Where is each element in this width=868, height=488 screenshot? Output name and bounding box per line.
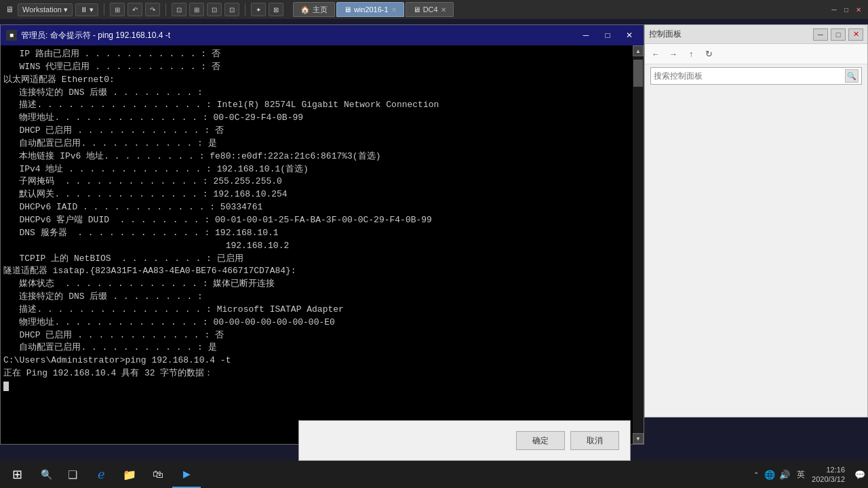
tab-win2016-icon: 🖥 [344, 5, 351, 14]
taskbar-right: ⌃ 🌐 🔊 英 12:16 2020/3/12 💬 [752, 465, 868, 485]
cmd-close[interactable]: ✕ [620, 28, 638, 42]
rp-close[interactable]: ✕ [848, 28, 863, 41]
cmd-app-icon: ■ [6, 30, 17, 41]
tray-expand[interactable]: ⌃ [752, 471, 760, 479]
task-view-btn[interactable]: ❑ [58, 461, 87, 488]
toolbar-btn4[interactable]: ⊡ [172, 3, 186, 16]
workstation-chevron: ▾ [64, 5, 68, 14]
search-bar: 🔍 [650, 67, 862, 85]
pause-button[interactable]: ⏸ ▾ [75, 3, 98, 16]
cmd-title: 管理员: 命令提示符 - ping 192.168.10.4 -t [21, 30, 573, 41]
scroll-track[interactable] [633, 56, 644, 433]
ie-btn[interactable]: ℯ [87, 461, 115, 488]
tab-home[interactable]: 🏠 主页 [293, 2, 335, 17]
right-panel-titlebar: 控制面板 ─ □ ✕ [645, 25, 867, 44]
main-restore[interactable]: □ [841, 4, 852, 15]
task-view-icon: ❑ [68, 468, 77, 481]
clock-time: 12:16 [812, 465, 845, 474]
cmd-line: 媒体状态 . . . . . . . . . . . . . : 媒体已断开连接 [3, 278, 630, 291]
right-panel-toolbar: ← → ↑ ↻ [645, 44, 867, 64]
search-icon: 🔍 [847, 72, 856, 81]
rp-up[interactable]: ↑ [683, 47, 699, 62]
cmd-scrollbar[interactable]: ▲ ▼ [633, 45, 644, 444]
scroll-thumb[interactable] [633, 60, 643, 87]
toolbar-btn8[interactable]: ✦ [251, 3, 266, 16]
top-bar-right: ─ □ ✕ [829, 4, 868, 15]
search-input[interactable] [654, 71, 842, 81]
tab-dc4[interactable]: 🖥 DC4 ✕ [406, 2, 454, 17]
cmd-line: 隧道适配器 isatap.{823A31F1-AA83-4EA0-BE76-46… [3, 265, 630, 278]
cmd-line: 192.168.10.2 [3, 240, 630, 253]
cmd-cursor-line [3, 380, 630, 393]
tab-win2016[interactable]: 🖥 win2016-1 ✕ [336, 2, 404, 17]
dialog-cancel-btn[interactable]: 取消 [570, 431, 619, 450]
taskbar-search[interactable]: 🔍 [34, 461, 58, 488]
rp-forward[interactable]: → [665, 47, 682, 62]
dialog-confirm-btn[interactable]: 确定 [516, 431, 565, 450]
pause-icon: ⏸ [80, 5, 87, 14]
cmd-line: 以太网适配器 Ethernet0: [3, 74, 630, 87]
right-panel-title: 控制面板 [649, 28, 810, 40]
workstation-label: Workstation [22, 5, 62, 14]
start-button[interactable]: ⊞ [0, 461, 34, 488]
cmd-line: 物理地址. . . . . . . . . . . . . . : 00-00-… [3, 317, 630, 329]
tab-dc4-close[interactable]: ✕ [441, 6, 446, 14]
toolbar-btn7[interactable]: ⊡ [224, 3, 239, 16]
tab-win2016-label: win2016-1 [354, 5, 389, 14]
cmd-line: 连接特定的 DNS 后缀 . . . . . . . . : [3, 87, 630, 100]
lang-indicator[interactable]: 英 [794, 469, 808, 481]
cmd-line: 自动配置已启用. . . . . . . . . . . : 是 [3, 138, 630, 150]
cmd-line: DHCPv6 IAID . . . . . . . . . . . . : 50… [3, 201, 630, 214]
separator2 [165, 3, 166, 16]
store-btn[interactable]: 🛍 [144, 461, 172, 488]
network-tray-icon[interactable]: 🌐 [764, 470, 775, 480]
cmd-line: 默认网关. . . . . . . . . . . . . . : 192.16… [3, 188, 630, 201]
workstation-dropdown[interactable]: Workstation ▾ [18, 3, 73, 16]
cmd-line: DHCP 已启用 . . . . . . . . . . . . : 否 [3, 125, 630, 138]
cmd-line: 子网掩码 . . . . . . . . . . . . . : 255.255… [3, 176, 630, 188]
rp-refresh[interactable]: ↻ [701, 47, 717, 62]
cmd-content[interactable]: IP 路由已启用 . . . . . . . . . . . : 否 WINS … [1, 45, 644, 444]
cmd-maximize[interactable]: □ [599, 28, 616, 42]
toolbar-btn2[interactable]: ↶ [127, 3, 142, 16]
rp-minimize[interactable]: ─ [813, 28, 828, 41]
right-panel: 控制面板 ─ □ ✕ ← → ↑ ↻ 🔍 [644, 24, 868, 418]
tabs-area: 🏠 主页 🖥 win2016-1 ✕ 🖥 DC4 ✕ [293, 2, 829, 17]
main-minimize[interactable]: ─ [829, 4, 840, 15]
rp-back[interactable]: ← [648, 47, 664, 62]
tab-home-label: 主页 [313, 5, 328, 15]
tab-win2016-close[interactable]: ✕ [391, 6, 397, 14]
explorer-btn[interactable]: 📁 [115, 461, 144, 488]
taskbar-search-icon: 🔍 [41, 469, 52, 480]
pause-chevron: ▾ [90, 5, 94, 14]
cmd-line: IP 路由已启用 . . . . . . . . . . . : 否 [3, 48, 630, 61]
speaker-tray-icon[interactable]: 🔊 [779, 470, 790, 480]
cmd-taskbar-btn[interactable]: ▶ [172, 461, 201, 488]
toolbar-btn3[interactable]: ↷ [145, 3, 160, 16]
cmd-line: 自动配置已启用. . . . . . . . . . . : 是 [3, 342, 630, 354]
cmd-line: 描述. . . . . . . . . . . . . . . . : Micr… [3, 304, 630, 317]
cmd-line: DNS 服务器 . . . . . . . . . . . . : 192.16… [3, 227, 630, 240]
cmd-line: 本地链接 IPv6 地址. . . . . . . . . : fe80::e0… [3, 150, 630, 163]
cmd-line: C:\Users\Administrator>ping 192.168.10.4… [3, 354, 630, 367]
tab-dc4-icon: 🖥 [413, 5, 420, 14]
toolbar-btn5[interactable]: ⊞ [189, 3, 204, 16]
notification-icon[interactable]: 💬 [854, 470, 865, 480]
rp-restore[interactable]: □ [831, 28, 846, 41]
cmd-line: 描述. . . . . . . . . . . . . . . . : Inte… [3, 99, 630, 112]
toolbar-btn6[interactable]: ⊡ [207, 3, 222, 16]
toolbar-btn1[interactable]: ⊞ [110, 3, 125, 16]
scroll-up-btn[interactable]: ▲ [633, 45, 644, 56]
search-btn[interactable]: 🔍 [845, 69, 859, 83]
app-icon: 🖥 [4, 4, 15, 15]
top-bar: 🖥 Workstation ▾ ⏸ ▾ ⊞ ↶ ↷ ⊡ ⊞ ⊡ ⊡ ✦ ⊠ 🏠 … [0, 0, 868, 19]
cmd-titlebar: ■ 管理员: 命令提示符 - ping 192.168.10.4 -t ─ □ … [1, 25, 644, 45]
taskbar-clock[interactable]: 12:16 2020/3/12 [812, 465, 850, 485]
cmd-taskbar-icon: ▶ [183, 468, 191, 479]
main-close[interactable]: ✕ [853, 4, 864, 15]
cmd-line: 正在 Ping 192.168.10.4 具有 32 字节的数据： [3, 367, 630, 380]
cmd-line: IPv4 地址 . . . . . . . . . . . . . : 192.… [3, 163, 630, 176]
scroll-down-btn[interactable]: ▼ [633, 433, 644, 444]
cmd-minimize[interactable]: ─ [577, 28, 595, 42]
toolbar-btn9[interactable]: ⊠ [269, 3, 283, 16]
